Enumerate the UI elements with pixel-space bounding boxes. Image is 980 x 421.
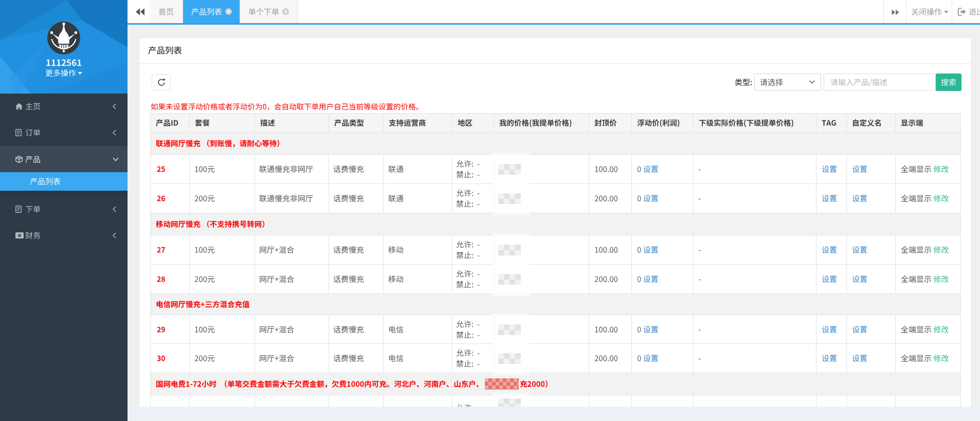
svg-text:0: 0: [19, 233, 21, 237]
